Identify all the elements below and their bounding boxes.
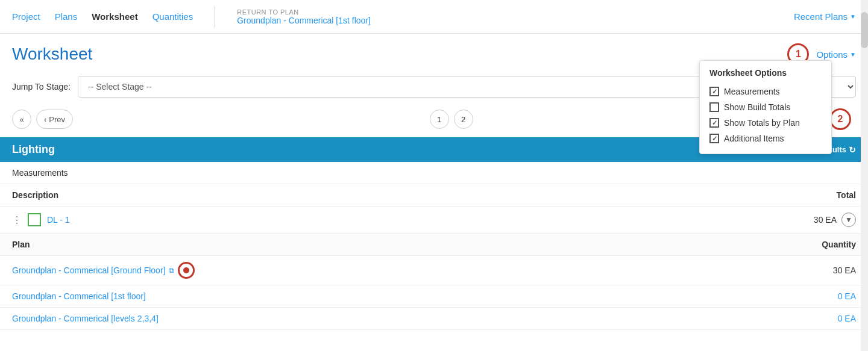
return-to-plan: RETURN TO PLAN Groundplan - Commerical […	[237, 8, 371, 25]
annotation-badge-2: 2	[829, 108, 851, 130]
top-nav: Project Plans Worksheet Quantities RETUR…	[0, 0, 868, 34]
quantity-header: Quantity	[822, 240, 856, 249]
plan-header: Plan	[12, 240, 30, 249]
expand-button[interactable]: ▼	[841, 213, 856, 227]
measurements-label: Measurements	[724, 87, 780, 96]
option-additional-items[interactable]: Additional Items	[709, 131, 822, 146]
worksheet-options-dropdown: Worksheet Options Measurements Show Buil…	[699, 60, 832, 154]
additional-items-label: Additional Items	[724, 134, 784, 143]
plan-row-1st-floor: Groundplan - Commerical [1st floor] 0 EA	[0, 285, 868, 308]
show-totals-by-plan-label: Show Totals by Plan	[724, 118, 800, 128]
return-link[interactable]: Groundplan - Commerical [1st floor]	[237, 16, 371, 25]
option-show-totals-by-plan[interactable]: Show Totals by Plan	[709, 115, 822, 131]
nav-links: Project Plans Worksheet Quantities RETUR…	[12, 6, 794, 28]
nav-project[interactable]: Project	[12, 11, 40, 22]
prev-arrow-icon: ‹	[44, 115, 46, 124]
page-1-button[interactable]: 1	[430, 110, 449, 129]
plan-table-header: Plan Quantity	[0, 234, 868, 256]
refresh-icon: ↻	[849, 145, 856, 155]
measurements-checkbox[interactable]	[709, 87, 719, 96]
scrollbar[interactable]	[861, 0, 868, 330]
item-label[interactable]: DL - 1	[47, 215, 814, 225]
prev-label: Prev	[49, 115, 65, 124]
active-plan-indicator	[178, 262, 195, 279]
return-label: RETURN TO PLAN	[237, 8, 371, 16]
show-totals-by-plan-checkbox[interactable]	[709, 118, 719, 128]
show-build-totals-label: Show Build Totals	[724, 102, 790, 112]
jump-label: Jump To Stage:	[12, 82, 71, 92]
dropdown-title: Worksheet Options	[709, 68, 822, 78]
first-page-button[interactable]: «	[12, 110, 31, 129]
plan-link-levels[interactable]: Groundplan - Commerical [levels 2,3,4]	[12, 314, 838, 323]
scrollbar-thumb[interactable]	[861, 12, 868, 48]
prev-page-button[interactable]: ‹ Prev	[36, 110, 73, 129]
item-color-swatch	[28, 213, 41, 226]
plan-qty-levels: 0 EA	[838, 314, 856, 323]
plan-link-ground-floor[interactable]: Groundplan - Commerical [Ground Floor] ⧉	[12, 262, 833, 279]
recent-plans-button[interactable]: Recent Plans ▼	[794, 11, 856, 22]
total-header: Total	[837, 190, 856, 200]
plan-qty-1st-floor: 0 EA	[838, 291, 856, 301]
nav-quantities[interactable]: Quantities	[153, 11, 193, 22]
item-total: 30 EA ▼	[814, 213, 856, 227]
page-title: Worksheet	[12, 45, 92, 64]
measurements-table-header: Description Total	[0, 184, 868, 207]
page-2-button[interactable]: 2	[454, 110, 473, 129]
description-header: Description	[12, 190, 58, 200]
chevron-down-icon: ▼	[850, 51, 856, 58]
option-show-build-totals[interactable]: Show Build Totals	[709, 99, 822, 115]
chevron-down-icon: ▼	[850, 13, 856, 20]
nav-worksheet[interactable]: Worksheet	[92, 11, 137, 22]
plan-row-levels: Groundplan - Commerical [levels 2,3,4] 0…	[0, 308, 868, 330]
drag-handle-icon[interactable]: ⋮	[12, 214, 22, 226]
nav-plans[interactable]: Plans	[55, 11, 78, 22]
plan-link-1st-floor[interactable]: Groundplan - Commerical [1st floor]	[12, 291, 838, 301]
plan-qty-ground-floor: 30 EA	[833, 266, 856, 275]
external-link-icon: ⧉	[169, 266, 174, 275]
options-button[interactable]: Options ▼	[816, 49, 856, 60]
section-title: Lighting	[12, 143, 55, 156]
measurement-row: ⋮ DL - 1 30 EA ▼	[0, 207, 868, 234]
option-measurements[interactable]: Measurements	[709, 84, 822, 99]
additional-items-checkbox[interactable]	[709, 134, 719, 143]
show-build-totals-checkbox[interactable]	[709, 102, 719, 112]
plan-row-ground-floor: Groundplan - Commerical [Ground Floor] ⧉…	[0, 256, 868, 285]
measurements-section-label: Measurements	[0, 162, 868, 184]
nav-divider	[215, 6, 215, 28]
